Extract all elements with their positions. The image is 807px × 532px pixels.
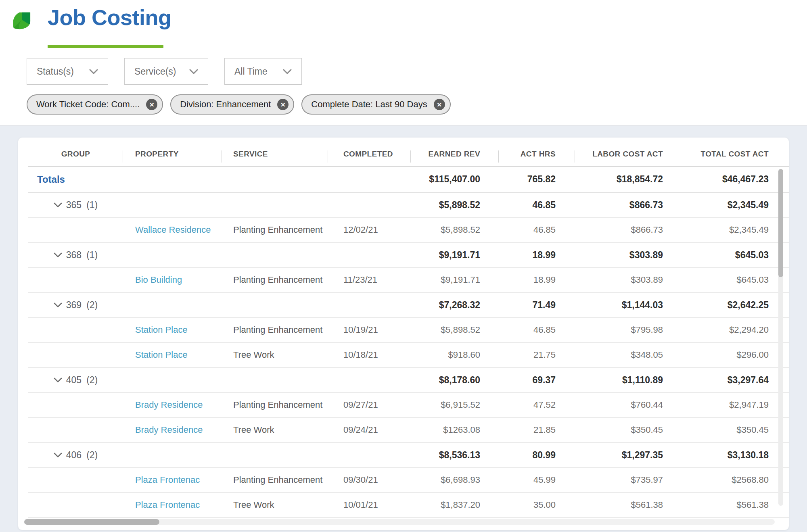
completed-date: 12/02/21 bbox=[328, 218, 411, 242]
earned-rev-value: $9,191.71 bbox=[411, 268, 499, 292]
column-header-labor-cost-act[interactable]: LABOR COST ACT bbox=[575, 138, 680, 166]
service-value: Planting Enhancement bbox=[222, 393, 328, 417]
labor-cost-act-value: $866.73 bbox=[575, 218, 680, 242]
group-earned-rev: $9,191.71 bbox=[411, 243, 499, 267]
vertical-scrollbar-thumb[interactable] bbox=[778, 169, 783, 277]
column-header-completed[interactable]: COMPLETED bbox=[328, 138, 411, 166]
property-link[interactable]: Bio Building bbox=[135, 275, 182, 285]
column-header-property[interactable]: PROPERTY bbox=[123, 138, 222, 166]
dropdown-date-range[interactable]: All Time bbox=[224, 58, 302, 85]
close-icon[interactable]: ✕ bbox=[277, 99, 289, 110]
dropdown-date-range-label: All Time bbox=[234, 66, 268, 77]
totals-total-cost-act: $46,467.23 bbox=[680, 167, 775, 192]
act-hrs-value: 18.99 bbox=[499, 268, 575, 292]
chevron-down-icon bbox=[89, 69, 98, 74]
service-value: Planting Enhancement bbox=[222, 268, 328, 292]
service-value: Tree Work bbox=[222, 418, 328, 442]
group-act-hrs: 80.99 bbox=[499, 443, 575, 467]
property-link[interactable]: Brady Residence bbox=[135, 425, 203, 435]
vertical-scrollbar[interactable] bbox=[778, 169, 783, 506]
group-toggle[interactable]: 368 (1) bbox=[28, 243, 123, 267]
horizontal-scrollbar-thumb[interactable] bbox=[24, 519, 159, 525]
group-count: (2) bbox=[86, 300, 98, 311]
act-hrs-value: 21.85 bbox=[499, 418, 575, 442]
act-hrs-value: 35.00 bbox=[499, 493, 575, 517]
group-toggle[interactable]: 365 (1) bbox=[28, 193, 123, 217]
act-hrs-value: 46.85 bbox=[499, 218, 575, 242]
filter-chip-label: Work Ticket Code: Com.... bbox=[36, 99, 140, 110]
group-total-cost-act: $3,297.64 bbox=[680, 368, 775, 392]
completed-date: 10/01/21 bbox=[328, 493, 411, 517]
detail-row: Wallace Residence Planting Enhancement 1… bbox=[28, 218, 789, 243]
total-cost-act-value: $561.38 bbox=[680, 493, 775, 517]
horizontal-scrollbar[interactable] bbox=[24, 519, 775, 525]
property-link[interactable]: Wallace Residence bbox=[135, 225, 211, 235]
group-total-cost-act: $2,642.25 bbox=[680, 293, 775, 317]
group-labor-cost-act: $1,110.89 bbox=[575, 368, 680, 392]
total-cost-act-value: $2568.80 bbox=[680, 468, 775, 492]
group-labor-cost-act: $1,144.03 bbox=[575, 293, 680, 317]
earned-rev-value: $5,898.52 bbox=[411, 218, 499, 242]
dropdown-service[interactable]: Service(s) bbox=[124, 58, 208, 85]
filter-chip-work-ticket-code[interactable]: Work Ticket Code: Com.... ✕ bbox=[27, 94, 163, 115]
earned-rev-value: $5,898.52 bbox=[411, 318, 499, 342]
leaf-logo-icon bbox=[11, 10, 34, 32]
column-header-group[interactable]: GROUP bbox=[28, 138, 123, 166]
group-act-hrs: 46.85 bbox=[499, 193, 575, 217]
close-icon[interactable]: ✕ bbox=[434, 99, 445, 110]
close-icon[interactable]: ✕ bbox=[146, 99, 157, 110]
detail-row: Station Place Planting Enhancement 10/19… bbox=[28, 318, 789, 343]
dropdown-status-label: Status(s) bbox=[37, 66, 74, 77]
completed-date: 10/19/21 bbox=[328, 318, 411, 342]
group-number: 365 bbox=[66, 200, 82, 211]
labor-cost-act-value: $735.97 bbox=[575, 468, 680, 492]
group-act-hrs: 18.99 bbox=[499, 243, 575, 267]
column-header-total-cost-act[interactable]: TOTAL COST ACT bbox=[680, 138, 775, 166]
dropdown-status[interactable]: Status(s) bbox=[27, 58, 108, 85]
property-link[interactable]: Station Place bbox=[135, 325, 188, 335]
detail-row: Plaza Frontenac Tree Work 10/01/21 $1,83… bbox=[28, 493, 789, 518]
group-toggle[interactable]: 405 (2) bbox=[28, 368, 123, 392]
completed-date: 09/30/21 bbox=[328, 468, 411, 492]
column-header-act-hrs[interactable]: ACT HRS bbox=[499, 138, 575, 166]
property-link[interactable]: Plaza Frontenac bbox=[135, 500, 200, 510]
totals-row: Totals $115,407.00 765.82 $18,854.72 $46… bbox=[28, 167, 789, 193]
chevron-down-icon bbox=[189, 69, 198, 74]
labor-cost-act-value: $795.98 bbox=[575, 318, 680, 342]
group-number: 369 bbox=[66, 300, 82, 311]
act-hrs-value: 45.99 bbox=[499, 468, 575, 492]
act-hrs-value: 21.75 bbox=[499, 343, 575, 367]
completed-date: 09/24/21 bbox=[328, 418, 411, 442]
group-row: 368 (1) $9,191.71 18.99 $303.89 $645.03 bbox=[28, 243, 789, 268]
column-header-service[interactable]: SERVICE bbox=[222, 138, 328, 166]
filter-bar: Status(s) Service(s) All Time Work Ticke… bbox=[0, 49, 807, 125]
service-value: Planting Enhancement bbox=[222, 468, 328, 492]
title-underline bbox=[48, 45, 163, 48]
property-link[interactable]: Station Place bbox=[135, 350, 188, 360]
group-number: 406 bbox=[66, 450, 82, 461]
group-toggle[interactable]: 406 (2) bbox=[28, 443, 123, 467]
earned-rev-value: $1263.08 bbox=[411, 418, 499, 442]
column-header-earned-rev[interactable]: EARNED REV bbox=[411, 138, 499, 166]
table-body: 365 (1) $5,898.52 46.85 $866.73 $2,345.4… bbox=[28, 193, 789, 518]
filter-chip-division[interactable]: Division: Enhancement ✕ bbox=[170, 94, 294, 115]
filter-chip-complete-date[interactable]: Complete Date: Last 90 Days ✕ bbox=[301, 94, 450, 115]
group-count: (1) bbox=[86, 200, 98, 211]
detail-row: Station Place Tree Work 10/18/21 $918.60… bbox=[28, 343, 789, 368]
property-link[interactable]: Brady Residence bbox=[135, 400, 203, 410]
chevron-down-icon bbox=[54, 378, 62, 383]
total-cost-act-value: $2,345.49 bbox=[680, 218, 775, 242]
page-title: Job Costing bbox=[48, 5, 171, 30]
total-cost-act-value: $350.45 bbox=[680, 418, 775, 442]
service-value: Tree Work bbox=[222, 493, 328, 517]
dropdown-service-label: Service(s) bbox=[134, 66, 176, 77]
labor-cost-act-value: $350.45 bbox=[575, 418, 680, 442]
property-link[interactable]: Plaza Frontenac bbox=[135, 475, 200, 485]
detail-row: Plaza Frontenac Planting Enhancement 09/… bbox=[28, 468, 789, 493]
group-earned-rev: $5,898.52 bbox=[411, 193, 499, 217]
group-labor-cost-act: $303.89 bbox=[575, 243, 680, 267]
group-toggle[interactable]: 369 (2) bbox=[28, 293, 123, 317]
chevron-down-icon bbox=[283, 69, 292, 74]
totals-label: Totals bbox=[28, 167, 123, 192]
group-row: 369 (2) $7,268.32 71.49 $1,144.03 $2,642… bbox=[28, 293, 789, 318]
